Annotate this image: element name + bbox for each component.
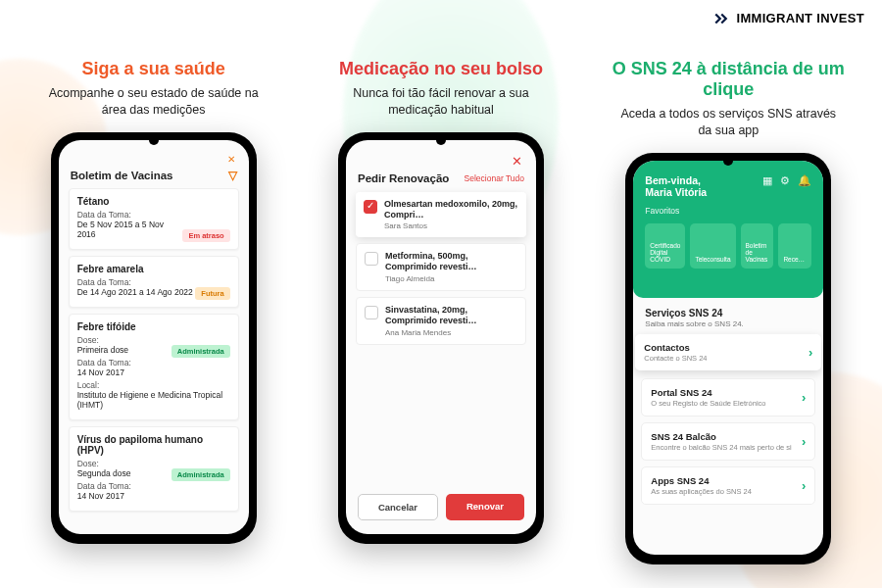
- renew-button[interactable]: Renovar: [446, 494, 524, 520]
- promo-col-medication: Medicação no seu bolso Nunca foi tão fác…: [304, 59, 578, 564]
- status-badge: Em atraso: [182, 229, 229, 242]
- select-all-button[interactable]: Selecionar Tudo: [465, 173, 524, 183]
- vaccine-card[interactable]: Febre amarela Data da Toma: De 14 Ago 20…: [69, 256, 239, 308]
- favorite-tile[interactable]: Rece…: [778, 223, 811, 269]
- promo-title: O SNS 24 à distância de um clique: [591, 59, 865, 100]
- close-icon[interactable]: ✕: [512, 154, 522, 169]
- cancel-button[interactable]: Cancelar: [358, 494, 438, 520]
- status-badge: Futura: [195, 287, 229, 300]
- greeting-name: Maria Vitória: [645, 186, 707, 198]
- favorite-tile[interactable]: Boletim de Vacinas: [741, 223, 774, 269]
- promo-title: Siga a sua saúde: [82, 59, 225, 79]
- brand-name: IMMIGRANT INVEST: [737, 13, 864, 24]
- vaccines-heading: Boletim de Vacinas: [71, 170, 173, 181]
- checkbox[interactable]: [365, 252, 378, 266]
- brand-logo: IMMIGRANT INVEST: [713, 10, 864, 27]
- chevron-right-icon: ›: [802, 478, 806, 493]
- services-subheading: Saiba mais sobre o SNS 24.: [645, 319, 811, 328]
- medication-item[interactable]: Olmesartan medoxomilo, 20mg, Compri… Sar…: [356, 192, 526, 238]
- phone-mockup: Bem-vinda, Maria Vitória ▦ ⚙ 🔔 Favoritos: [625, 153, 831, 564]
- promo-subtitle: Acompanhe o seu estado de saúde na área …: [46, 85, 262, 119]
- favorite-tile[interactable]: Teleconsulta: [690, 223, 735, 269]
- services-heading: Serviços SNS 24: [645, 308, 811, 318]
- brand-chevrons-icon: [713, 10, 731, 27]
- promo-subtitle: Aceda a todos os serviços SNS através da…: [620, 106, 836, 139]
- chevron-right-icon: ›: [802, 390, 806, 405]
- filter-icon[interactable]: ▽: [228, 169, 237, 182]
- service-card[interactable]: Apps SNS 24 As suas aplicações do SNS 24…: [641, 466, 815, 505]
- close-icon[interactable]: ✕: [227, 154, 235, 165]
- status-badge: Administrada: [172, 468, 230, 481]
- phone-mockup: ✕ Pedir Renovação Selecionar Tudo Olmesa…: [338, 132, 544, 544]
- promo-subtitle: Nunca foi tão fácil renovar a sua medica…: [333, 85, 549, 119]
- service-card[interactable]: Portal SNS 24 O seu Registo de Saúde Ele…: [641, 378, 815, 416]
- checkbox[interactable]: [365, 306, 378, 319]
- greeting-prefix: Bem-vinda,: [645, 174, 707, 186]
- vaccine-card[interactable]: Tétano Data da Toma: De 5 Nov 2015 a 5 N…: [69, 188, 239, 250]
- promo-title: Medicação no seu bolso: [339, 59, 543, 79]
- bell-icon[interactable]: 🔔: [798, 174, 811, 187]
- medication-item[interactable]: Metformina, 500mg, Comprimido revesti… T…: [356, 243, 526, 291]
- renew-heading: Pedir Renovação: [358, 172, 449, 184]
- service-card[interactable]: Contactos Contacte o SNS 24 ›: [635, 334, 821, 370]
- medication-item[interactable]: Sinvastatina, 20mg, Comprimido revesti… …: [356, 297, 526, 345]
- chevron-right-icon: ›: [808, 345, 812, 360]
- promo-col-sns24: O SNS 24 à distância de um clique Aceda …: [591, 59, 865, 564]
- vaccine-card[interactable]: Febre tifóide Dose: Primeira dose Admini…: [69, 314, 239, 420]
- favorites-label: Favoritos: [645, 206, 811, 216]
- status-badge: Administrada: [172, 345, 230, 358]
- phone-mockup: ✕ Boletim de Vacinas ▽ Tétano Data da To…: [51, 132, 257, 544]
- gear-icon[interactable]: ⚙: [780, 174, 790, 187]
- service-card[interactable]: SNS 24 Balcão Encontre o balcão SNS 24 m…: [641, 422, 815, 461]
- vaccine-card[interactable]: Vírus do papiloma humano (HPV) Dose: Seg…: [69, 426, 239, 512]
- favorite-tile[interactable]: Certificado Digital COVID: [645, 223, 685, 269]
- checkbox[interactable]: [364, 200, 377, 214]
- chevron-right-icon: ›: [802, 434, 806, 449]
- promo-col-health: Siga a sua saúde Acompanhe o seu estado …: [17, 59, 291, 564]
- calendar-icon[interactable]: ▦: [762, 174, 772, 187]
